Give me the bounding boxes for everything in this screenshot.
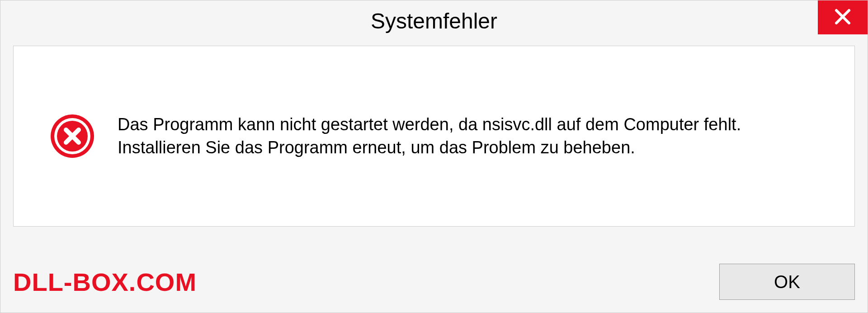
ok-button[interactable]: OK xyxy=(719,264,855,300)
dialog-title: Systemfehler xyxy=(371,9,497,33)
watermark-text: DLL-BOX.COM xyxy=(13,267,197,297)
error-message: Das Programm kann nicht gestartet werden… xyxy=(118,113,818,160)
message-panel: Das Programm kann nicht gestartet werden… xyxy=(13,46,855,227)
titlebar: Systemfehler xyxy=(0,0,868,41)
close-button[interactable] xyxy=(818,0,868,34)
footer: DLL-BOX.COM OK xyxy=(13,264,855,300)
close-icon xyxy=(834,8,852,28)
error-icon xyxy=(50,114,95,159)
